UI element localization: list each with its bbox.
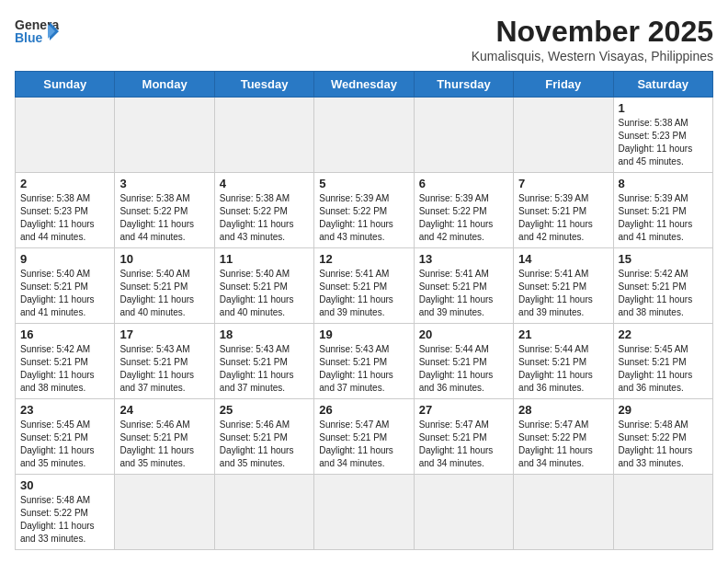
cell-info: Sunrise: 5:48 AM Sunset: 5:22 PM Dayligh… <box>20 494 109 546</box>
calendar-week-row: 2Sunrise: 5:38 AM Sunset: 5:23 PM Daylig… <box>16 173 713 248</box>
day-number: 18 <box>220 327 309 341</box>
cell-info: Sunrise: 5:38 AM Sunset: 5:22 PM Dayligh… <box>119 192 209 244</box>
calendar-cell: 19Sunrise: 5:43 AM Sunset: 5:21 PM Dayli… <box>314 324 414 399</box>
day-number: 8 <box>619 177 708 190</box>
cell-info: Sunrise: 5:39 AM Sunset: 5:21 PM Dayligh… <box>619 192 708 244</box>
svg-text:Blue: Blue <box>15 30 43 45</box>
day-number: 10 <box>119 252 209 266</box>
day-number: 11 <box>220 252 309 266</box>
day-number: 5 <box>319 177 408 190</box>
calendar-cell: 4Sunrise: 5:38 AM Sunset: 5:22 PM Daylig… <box>214 173 313 248</box>
cell-info: Sunrise: 5:39 AM Sunset: 5:22 PM Dayligh… <box>419 192 508 244</box>
day-number: 12 <box>319 252 408 266</box>
cell-info: Sunrise: 5:46 AM Sunset: 5:21 PM Dayligh… <box>119 419 209 470</box>
weekday-header: Friday <box>514 72 613 98</box>
calendar-cell: 16Sunrise: 5:42 AM Sunset: 5:21 PM Dayli… <box>16 324 115 399</box>
calendar-cell: 23Sunrise: 5:45 AM Sunset: 5:21 PM Dayli… <box>16 399 115 475</box>
calendar-cell <box>514 475 613 550</box>
day-number: 17 <box>119 327 209 341</box>
cell-info: Sunrise: 5:39 AM Sunset: 5:22 PM Dayligh… <box>319 192 408 244</box>
weekday-header-row: SundayMondayTuesdayWednesdayThursdayFrid… <box>16 72 713 98</box>
calendar-cell <box>214 98 313 173</box>
calendar-cell: 22Sunrise: 5:45 AM Sunset: 5:21 PM Dayli… <box>613 324 712 399</box>
calendar-cell: 26Sunrise: 5:47 AM Sunset: 5:21 PM Dayli… <box>314 399 414 475</box>
day-number: 4 <box>220 177 309 190</box>
calendar-cell: 6Sunrise: 5:39 AM Sunset: 5:22 PM Daylig… <box>414 173 513 248</box>
day-number: 14 <box>518 252 608 266</box>
calendar-cell: 28Sunrise: 5:47 AM Sunset: 5:22 PM Dayli… <box>514 399 613 475</box>
month-title: November 2025 <box>472 15 713 49</box>
calendar-cell: 15Sunrise: 5:42 AM Sunset: 5:21 PM Dayli… <box>613 248 712 324</box>
calendar-table: SundayMondayTuesdayWednesdayThursdayFrid… <box>15 71 713 550</box>
calendar-cell: 27Sunrise: 5:47 AM Sunset: 5:21 PM Dayli… <box>414 399 513 475</box>
calendar-cell <box>115 98 214 173</box>
calendar-cell: 17Sunrise: 5:43 AM Sunset: 5:21 PM Dayli… <box>115 324 214 399</box>
cell-info: Sunrise: 5:41 AM Sunset: 5:21 PM Dayligh… <box>518 268 608 319</box>
calendar-cell: 8Sunrise: 5:39 AM Sunset: 5:21 PM Daylig… <box>613 173 712 248</box>
weekday-header: Thursday <box>414 72 513 98</box>
calendar-cell <box>115 475 214 550</box>
calendar-week-row: 16Sunrise: 5:42 AM Sunset: 5:21 PM Dayli… <box>16 324 713 399</box>
day-number: 21 <box>518 327 608 341</box>
calendar-cell: 21Sunrise: 5:44 AM Sunset: 5:21 PM Dayli… <box>514 324 613 399</box>
cell-info: Sunrise: 5:43 AM Sunset: 5:21 PM Dayligh… <box>319 343 408 395</box>
cell-info: Sunrise: 5:39 AM Sunset: 5:21 PM Dayligh… <box>518 192 608 244</box>
day-number: 28 <box>518 403 608 417</box>
day-number: 2 <box>20 177 109 190</box>
cell-info: Sunrise: 5:47 AM Sunset: 5:21 PM Dayligh… <box>419 419 508 470</box>
calendar-week-row: 1Sunrise: 5:38 AM Sunset: 5:23 PM Daylig… <box>16 98 713 173</box>
cell-info: Sunrise: 5:43 AM Sunset: 5:21 PM Dayligh… <box>220 343 309 395</box>
day-number: 13 <box>419 252 508 266</box>
cell-info: Sunrise: 5:41 AM Sunset: 5:21 PM Dayligh… <box>419 268 508 319</box>
day-number: 15 <box>619 252 708 266</box>
calendar-cell <box>314 475 414 550</box>
day-number: 20 <box>419 327 508 341</box>
cell-info: Sunrise: 5:41 AM Sunset: 5:21 PM Dayligh… <box>319 268 408 319</box>
calendar-cell: 13Sunrise: 5:41 AM Sunset: 5:21 PM Dayli… <box>414 248 513 324</box>
cell-info: Sunrise: 5:38 AM Sunset: 5:22 PM Dayligh… <box>220 192 309 244</box>
day-number: 1 <box>619 101 708 115</box>
logo-icon: General Blue <box>15 15 59 52</box>
calendar-cell: 18Sunrise: 5:43 AM Sunset: 5:21 PM Dayli… <box>214 324 313 399</box>
day-number: 26 <box>319 403 408 417</box>
calendar-cell: 14Sunrise: 5:41 AM Sunset: 5:21 PM Dayli… <box>514 248 613 324</box>
day-number: 27 <box>419 403 508 417</box>
calendar-cell <box>613 475 712 550</box>
cell-info: Sunrise: 5:42 AM Sunset: 5:21 PM Dayligh… <box>619 268 708 319</box>
title-area: November 2025 Kumalisquis, Western Visay… <box>472 15 713 63</box>
calendar-cell <box>16 98 115 173</box>
day-number: 30 <box>20 478 109 492</box>
cell-info: Sunrise: 5:44 AM Sunset: 5:21 PM Dayligh… <box>518 343 608 395</box>
calendar-cell <box>514 98 613 173</box>
day-number: 16 <box>20 327 109 341</box>
cell-info: Sunrise: 5:48 AM Sunset: 5:22 PM Dayligh… <box>619 419 708 470</box>
weekday-header: Tuesday <box>214 72 313 98</box>
cell-info: Sunrise: 5:46 AM Sunset: 5:21 PM Dayligh… <box>220 419 309 470</box>
calendar-cell: 12Sunrise: 5:41 AM Sunset: 5:21 PM Dayli… <box>314 248 414 324</box>
weekday-header: Wednesday <box>314 72 414 98</box>
day-number: 29 <box>619 403 708 417</box>
day-number: 25 <box>220 403 309 417</box>
calendar-cell: 7Sunrise: 5:39 AM Sunset: 5:21 PM Daylig… <box>514 173 613 248</box>
weekday-header: Sunday <box>16 72 115 98</box>
cell-info: Sunrise: 5:47 AM Sunset: 5:21 PM Dayligh… <box>319 419 408 470</box>
cell-info: Sunrise: 5:40 AM Sunset: 5:21 PM Dayligh… <box>220 268 309 319</box>
calendar-cell: 11Sunrise: 5:40 AM Sunset: 5:21 PM Dayli… <box>214 248 313 324</box>
calendar-cell: 20Sunrise: 5:44 AM Sunset: 5:21 PM Dayli… <box>414 324 513 399</box>
location-subtitle: Kumalisquis, Western Visayas, Philippine… <box>472 49 713 63</box>
cell-info: Sunrise: 5:47 AM Sunset: 5:22 PM Dayligh… <box>518 419 608 470</box>
day-number: 6 <box>419 177 508 190</box>
calendar-cell: 9Sunrise: 5:40 AM Sunset: 5:21 PM Daylig… <box>16 248 115 324</box>
day-number: 22 <box>619 327 708 341</box>
cell-info: Sunrise: 5:45 AM Sunset: 5:21 PM Dayligh… <box>619 343 708 395</box>
calendar-cell: 3Sunrise: 5:38 AM Sunset: 5:22 PM Daylig… <box>115 173 214 248</box>
header: General Blue November 2025 Kumalisquis, … <box>15 15 713 63</box>
calendar-cell <box>214 475 313 550</box>
calendar-week-row: 23Sunrise: 5:45 AM Sunset: 5:21 PM Dayli… <box>16 399 713 475</box>
day-number: 7 <box>518 177 608 190</box>
calendar-cell: 29Sunrise: 5:48 AM Sunset: 5:22 PM Dayli… <box>613 399 712 475</box>
calendar-cell: 25Sunrise: 5:46 AM Sunset: 5:21 PM Dayli… <box>214 399 313 475</box>
day-number: 19 <box>319 327 408 341</box>
calendar-cell: 24Sunrise: 5:46 AM Sunset: 5:21 PM Dayli… <box>115 399 214 475</box>
cell-info: Sunrise: 5:42 AM Sunset: 5:21 PM Dayligh… <box>20 343 109 395</box>
